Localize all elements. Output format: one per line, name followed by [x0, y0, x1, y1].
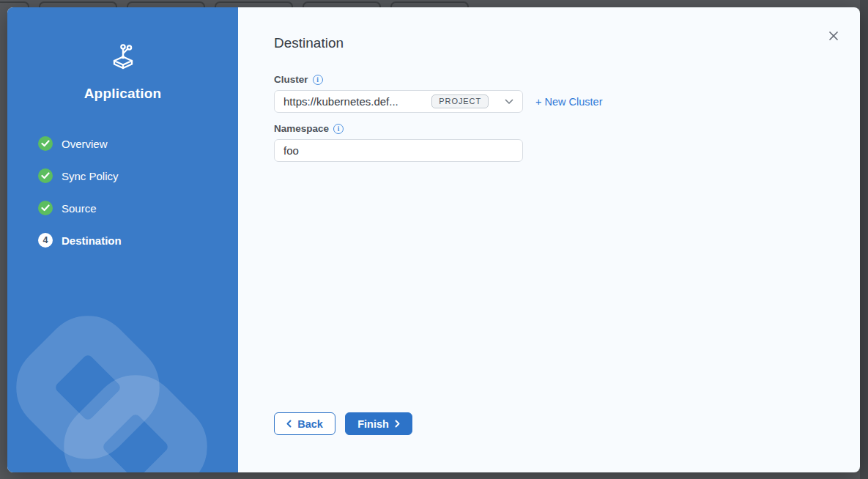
- window-edge: [860, 0, 868, 479]
- step-number-badge: 4: [38, 233, 53, 248]
- cluster-select-value: https://kubernetes.def...: [283, 95, 431, 108]
- step-destination[interactable]: 4 Destination: [38, 233, 122, 248]
- logo-watermark-icon: [7, 267, 238, 472]
- cluster-control-row: https://kubernetes.def... PROJECT + New …: [274, 90, 860, 113]
- finish-button-label: Finish: [357, 418, 389, 430]
- chevron-down-icon: [505, 99, 513, 105]
- step-source[interactable]: Source: [38, 201, 122, 215]
- wizard-content-panel: Destination Cluster i https://kubernetes…: [238, 7, 860, 472]
- chevron-left-icon: [286, 420, 292, 428]
- cluster-label-row: Cluster i: [274, 74, 860, 85]
- info-icon[interactable]: i: [333, 124, 344, 134]
- step-label: Overview: [62, 138, 108, 150]
- wizard-actions: Back Finish: [274, 412, 412, 435]
- cluster-select[interactable]: https://kubernetes.def... PROJECT: [274, 90, 523, 113]
- step-label: Sync Policy: [62, 170, 119, 182]
- check-icon: [38, 168, 53, 183]
- wizard-title: Application: [7, 86, 238, 102]
- close-icon[interactable]: [826, 29, 841, 43]
- wizard-steps: Overview Sync Policy Source 4 Destinatio…: [38, 136, 122, 265]
- chevron-right-icon: [395, 420, 400, 428]
- step-label: Source: [62, 202, 97, 215]
- back-button[interactable]: Back: [274, 412, 335, 435]
- new-cluster-link[interactable]: + New Cluster: [535, 96, 602, 108]
- wizard-sidebar: Application Overview Sync Policy Source: [7, 7, 238, 472]
- application-box-icon: [108, 40, 138, 72]
- namespace-label-row: Namespace i: [274, 123, 860, 134]
- page-title: Destination: [274, 35, 860, 51]
- namespace-input[interactable]: [274, 139, 523, 162]
- check-icon: [38, 201, 53, 215]
- step-sync-policy[interactable]: Sync Policy: [38, 168, 122, 183]
- cluster-label: Cluster: [274, 74, 308, 85]
- finish-button[interactable]: Finish: [345, 412, 412, 435]
- application-wizard-modal: Application Overview Sync Policy Source: [7, 7, 860, 472]
- back-button-label: Back: [297, 418, 323, 430]
- project-badge: PROJECT: [431, 94, 489, 108]
- step-label: Destination: [62, 234, 122, 247]
- info-icon[interactable]: i: [313, 75, 323, 85]
- step-overview[interactable]: Overview: [38, 136, 122, 151]
- namespace-label: Namespace: [274, 123, 329, 134]
- check-icon: [38, 136, 53, 151]
